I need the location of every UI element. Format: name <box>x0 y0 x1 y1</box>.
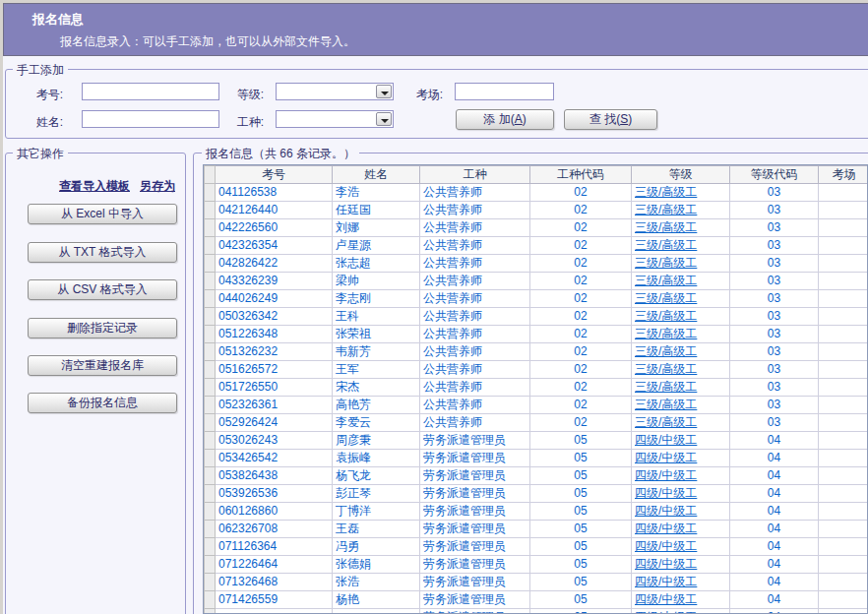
row-selector[interactable] <box>205 326 216 343</box>
table-cell[interactable] <box>819 308 868 326</box>
table-cell[interactable] <box>819 485 868 503</box>
table-cell[interactable]: 四级/中级工 <box>632 467 730 485</box>
row-selector[interactable] <box>205 503 216 521</box>
import-excel-button[interactable]: 从 Excel 中导入 <box>28 204 177 224</box>
table-cell[interactable]: 四级/中级工 <box>632 591 730 609</box>
table-cell[interactable]: 韦新芳 <box>333 343 420 361</box>
table-cell[interactable]: 03 <box>730 361 819 379</box>
table-row[interactable]: 041126538李浩公共营养师02三级/高级工03 <box>205 184 868 202</box>
table-cell[interactable]: 三级/高级工 <box>632 255 730 273</box>
table-cell[interactable]: 公共营养师 <box>420 308 530 326</box>
table-cell[interactable]: 053826438 <box>216 467 333 485</box>
table-cell[interactable]: 071126364 <box>216 538 333 556</box>
table-cell[interactable]: 公共营养师 <box>420 184 530 202</box>
table-cell[interactable]: 03 <box>730 326 819 343</box>
table-cell[interactable]: 02 <box>530 202 632 219</box>
table-cell[interactable]: 02 <box>530 379 632 397</box>
table-row[interactable]: 053426542袁振峰劳务派遣管理员05四级/中级工04 <box>205 450 868 467</box>
table-cell[interactable]: 053026243 <box>216 432 333 450</box>
table-cell[interactable]: 三级/高级工 <box>632 202 730 219</box>
table-cell[interactable]: 三级/高级工 <box>632 379 730 397</box>
table-cell[interactable]: 04 <box>730 591 819 609</box>
delete-records-button[interactable]: 删除指定记录 <box>28 318 177 338</box>
table-cell[interactable]: 041126538 <box>216 184 333 202</box>
table-cell[interactable]: 杨飞龙 <box>333 467 420 485</box>
table-cell[interactable]: 劳务派遣管理员 <box>420 450 530 467</box>
table-row[interactable]: 062326708王磊劳务派遣管理员05四级/中级工04 <box>205 521 868 538</box>
table-cell[interactable]: 李浩 <box>333 184 420 202</box>
name-input[interactable] <box>82 110 219 128</box>
import-txt-button[interactable]: 从 TXT 格式导入 <box>28 242 177 263</box>
table-cell[interactable]: 071326468 <box>216 574 333 591</box>
table-cell[interactable] <box>819 538 868 556</box>
table-cell[interactable] <box>819 255 868 273</box>
table-cell[interactable]: 02 <box>530 361 632 379</box>
table-cell[interactable]: 062326708 <box>216 521 333 538</box>
row-selector[interactable] <box>205 237 216 255</box>
table-row[interactable]: 052926424李爱云公共营养师02三级/高级工03 <box>205 414 868 432</box>
table-row[interactable]: 060126860丁博洋劳务派遣管理员05四级/中级工04 <box>205 503 868 521</box>
table-row[interactable]: 052326361高艳芳公共营养师02三级/高级工03 <box>205 397 868 414</box>
table-cell[interactable]: 三级/高级工 <box>632 326 730 343</box>
table-row[interactable]: 053826438杨飞龙劳务派遣管理员05四级/中级工04 <box>205 467 868 485</box>
table-cell[interactable]: 03 <box>730 219 819 237</box>
table-cell[interactable] <box>819 202 868 219</box>
table-cell[interactable]: 04 <box>730 503 819 521</box>
table-cell[interactable]: 公共营养师 <box>420 361 530 379</box>
row-selector[interactable] <box>205 379 216 397</box>
table-cell[interactable]: 052326361 <box>216 397 333 414</box>
table-cell[interactable]: 三级/高级工 <box>632 237 730 255</box>
table-cell[interactable]: 劳务派遣管理员 <box>420 591 530 609</box>
save-as-link[interactable]: 另存为 <box>140 178 175 195</box>
table-cell[interactable]: 公共营养师 <box>420 343 530 361</box>
column-header-exam-no[interactable]: 考号 <box>216 166 333 184</box>
table-cell[interactable]: 04 <box>730 467 819 485</box>
table-cell[interactable]: 四级/中级工 <box>632 521 730 538</box>
table-cell[interactable] <box>819 397 868 414</box>
table-row[interactable]: 劳务派遣管理员05四级/中级工04 <box>205 609 868 614</box>
table-cell[interactable]: 梁帅 <box>333 273 420 290</box>
table-cell[interactable]: 03 <box>730 237 819 255</box>
table-cell[interactable]: 02 <box>530 308 632 326</box>
row-selector[interactable] <box>205 591 216 609</box>
column-header-job-code[interactable]: 工种代码 <box>530 166 632 184</box>
find-button[interactable]: 查 找(S) <box>564 109 657 130</box>
table-cell[interactable]: 宋杰 <box>333 379 420 397</box>
table-cell[interactable]: 卢星源 <box>333 237 420 255</box>
table-cell[interactable]: 劳务派遣管理员 <box>420 574 530 591</box>
row-selector[interactable] <box>205 343 216 361</box>
row-selector[interactable] <box>205 397 216 414</box>
table-cell[interactable]: 050326342 <box>216 308 333 326</box>
table-cell[interactable] <box>819 467 868 485</box>
column-header-level[interactable]: 等级 <box>632 166 730 184</box>
table-cell[interactable] <box>819 290 868 308</box>
table-row[interactable]: 051226348张荣祖公共营养师02三级/高级工03 <box>205 326 868 343</box>
row-selector[interactable] <box>205 308 216 326</box>
table-cell[interactable]: 052926424 <box>216 414 333 432</box>
table-cell[interactable]: 05 <box>530 556 632 574</box>
table-cell[interactable]: 02 <box>530 343 632 361</box>
table-cell[interactable]: 03 <box>730 379 819 397</box>
table-cell[interactable]: 053926536 <box>216 485 333 503</box>
table-cell[interactable]: 四级/中级工 <box>632 485 730 503</box>
table-cell[interactable]: 王磊 <box>333 521 420 538</box>
table-cell[interactable]: 公共营养师 <box>420 219 530 237</box>
table-cell[interactable] <box>819 237 868 255</box>
table-cell[interactable]: 三级/高级工 <box>632 273 730 290</box>
table-cell[interactable]: 05 <box>530 521 632 538</box>
table-cell[interactable]: 劳务派遣管理员 <box>420 485 530 503</box>
table-cell[interactable]: 张荣祖 <box>333 326 420 343</box>
row-selector[interactable] <box>205 574 216 591</box>
table-row[interactable]: 071226464张德娟劳务派遣管理员05四级/中级工04 <box>205 556 868 574</box>
row-selector[interactable] <box>205 538 216 556</box>
table-cell[interactable]: 042226560 <box>216 219 333 237</box>
table-cell[interactable] <box>819 219 868 237</box>
table-cell[interactable]: 劳务派遣管理员 <box>420 432 530 450</box>
table-cell[interactable]: 三级/高级工 <box>632 361 730 379</box>
table-cell[interactable]: 公共营养师 <box>420 237 530 255</box>
level-select[interactable] <box>276 83 394 100</box>
table-cell[interactable]: 公共营养师 <box>420 202 530 219</box>
table-cell[interactable]: 03 <box>730 290 819 308</box>
table-cell[interactable]: 公共营养师 <box>420 326 530 343</box>
table-cell[interactable]: 02 <box>530 273 632 290</box>
